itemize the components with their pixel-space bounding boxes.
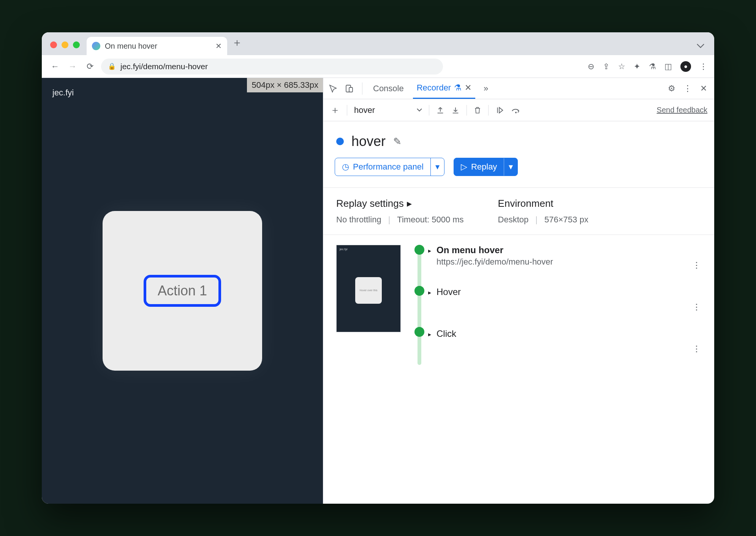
url-text: jec.fyi/demo/menu-hover <box>120 62 208 71</box>
lock-icon: 🔒 <box>108 62 116 70</box>
maximize-window-button[interactable] <box>73 41 80 48</box>
step-menu-icon[interactable]: ⋯ <box>692 261 702 270</box>
devtools-menu-icon[interactable]: ⋮ <box>682 84 693 94</box>
recorder-body: hover ✎ ◷ Performance panel ▾ ▷ <box>323 121 714 504</box>
step-text: Click <box>437 328 456 339</box>
flask-icon: ⚗ <box>454 83 462 93</box>
browser-tab[interactable]: On menu hover ✕ <box>87 37 227 55</box>
expand-icon[interactable]: ▸ <box>428 289 431 296</box>
settings-gear-icon[interactable]: ⚙ <box>666 84 677 94</box>
inspect-icon[interactable] <box>329 84 339 93</box>
thumb-brand: jec.fyi <box>340 247 347 251</box>
tab-console[interactable]: Console <box>369 78 408 99</box>
replay-label: Replay <box>471 162 497 172</box>
recording-title: hover <box>351 133 386 149</box>
timeout-value: Timeout: 5000 ms <box>397 215 463 225</box>
performance-panel-button[interactable]: ◷ Performance panel ▾ <box>335 158 444 176</box>
close-panel-icon[interactable]: ✕ <box>465 83 471 93</box>
step-menu-icon[interactable]: ⋯ <box>692 303 702 312</box>
browser-window: On menu hover ✕ ＋ ← → ⟳ 🔒 jec.fyi/demo/m… <box>42 32 714 504</box>
step-thumbnail: jec.fyi Hover over this <box>336 245 401 332</box>
send-feedback-link[interactable]: Send feedback <box>657 106 707 114</box>
devtools-tabs: Console Recorder ⚗ ✕ » ⚙ ⋮ ✕ <box>323 78 714 99</box>
timeline-node <box>414 327 424 337</box>
svg-point-2 <box>515 112 517 113</box>
zoom-icon[interactable]: ⊖ <box>588 62 595 71</box>
timeline-rail <box>411 245 428 370</box>
timeline-node <box>414 286 424 296</box>
recording-select-value: hover <box>354 105 375 115</box>
close-devtools-icon[interactable]: ✕ <box>698 84 709 94</box>
browser-toolbar: ← → ⟳ 🔒 jec.fyi/demo/menu-hover ⊖ ⇪ ☆ ✦ … <box>42 55 714 78</box>
new-recording-icon[interactable]: ＋ <box>330 103 340 117</box>
recorder-settings: Replay settings ▸ No throttling | Timeou… <box>323 187 714 235</box>
replay-dropdown[interactable]: ▾ <box>504 158 517 176</box>
step-text: On menu hover https://jec.fyi/demo/menu-… <box>437 245 553 267</box>
back-button[interactable]: ← <box>49 62 62 71</box>
browser-menu-icon[interactable]: ⋮ <box>699 62 707 71</box>
menu-card: Action 1 <box>103 211 262 371</box>
svg-rect-1 <box>349 87 353 92</box>
step-row[interactable]: ▸ On menu hover https://jec.fyi/demo/men… <box>428 245 701 287</box>
play-icon: ▷ <box>461 162 467 172</box>
bookmark-icon[interactable]: ☆ <box>618 62 625 71</box>
dimensions-value: 576×753 px <box>544 215 588 225</box>
throttling-value: No throttling <box>336 215 381 225</box>
timeline: ▸ On menu hover https://jec.fyi/demo/men… <box>411 245 701 370</box>
step-over-icon[interactable] <box>511 106 521 114</box>
step-row[interactable]: ▸ Hover ⋯ <box>428 287 701 328</box>
replay-button[interactable]: ▷ Replay ▾ <box>454 158 518 176</box>
forward-button[interactable]: → <box>66 62 79 71</box>
action-button[interactable]: Action 1 <box>144 275 221 307</box>
profile-avatar[interactable]: ● <box>680 61 691 72</box>
step-menu-icon[interactable]: ⋯ <box>692 345 702 354</box>
recording-status-dot <box>336 138 344 145</box>
thumb-card: Hover over this <box>355 277 382 304</box>
labs-icon[interactable]: ⚗ <box>649 62 656 71</box>
caret-right-icon: ▸ <box>407 198 412 209</box>
recorder-toolbar: ＋ hover Send feedback <box>323 99 714 121</box>
export-icon[interactable] <box>436 106 444 114</box>
expand-icon[interactable]: ▸ <box>428 247 431 254</box>
minimize-window-button[interactable] <box>62 41 68 48</box>
page-brand: jec.fyi <box>52 88 74 98</box>
sidepanel-icon[interactable]: ◫ <box>664 62 672 71</box>
device-value: Desktop <box>498 215 529 225</box>
step-text: Hover <box>437 287 461 297</box>
devtools-panel: Console Recorder ⚗ ✕ » ⚙ ⋮ ✕ ＋ hover <box>323 78 714 504</box>
import-icon[interactable] <box>451 106 460 114</box>
favicon <box>92 42 100 50</box>
close-window-button[interactable] <box>50 41 57 48</box>
performance-panel-label: Performance panel <box>353 162 424 172</box>
more-tabs-icon[interactable]: » <box>481 84 491 94</box>
content-area: jec.fyi 504px × 685.33px Action 1 Consol… <box>42 78 714 504</box>
tabs-dropdown-icon[interactable] <box>697 44 704 48</box>
device-toggle-icon[interactable] <box>345 84 355 93</box>
recording-select[interactable]: hover <box>354 105 422 115</box>
performance-panel-dropdown[interactable]: ▾ <box>430 158 444 176</box>
reload-button[interactable]: ⟳ <box>84 62 96 71</box>
close-tab-icon[interactable]: ✕ <box>215 41 222 51</box>
delete-icon[interactable] <box>474 106 481 114</box>
tab-recorder[interactable]: Recorder ⚗ ✕ <box>413 78 475 99</box>
extensions-icon[interactable]: ✦ <box>634 62 641 71</box>
new-tab-button[interactable]: ＋ <box>232 35 242 50</box>
viewport-size-badge: 504px × 685.33px <box>247 78 323 92</box>
replay-settings-header[interactable]: Replay settings ▸ <box>336 198 464 209</box>
window-controls <box>50 41 80 48</box>
timeline-node <box>414 245 424 255</box>
environment-header: Environment <box>498 198 588 209</box>
tab-title: On menu hover <box>105 42 157 51</box>
tab-recorder-label: Recorder <box>417 83 451 93</box>
steps-section: jec.fyi Hover over this ▸ On menu hover … <box>323 235 714 380</box>
edit-title-icon[interactable]: ✎ <box>393 136 402 147</box>
share-icon[interactable]: ⇪ <box>603 62 610 71</box>
step-row[interactable]: ▸ Click ⋯ <box>428 328 701 370</box>
tab-strip: On menu hover ✕ ＋ <box>42 32 714 55</box>
address-bar[interactable]: 🔒 jec.fyi/demo/menu-hover <box>101 59 443 75</box>
expand-icon[interactable]: ▸ <box>428 331 431 338</box>
step-subtext: https://jec.fyi/demo/menu-hover <box>437 257 553 267</box>
continue-icon[interactable] <box>495 106 505 114</box>
gauge-icon: ◷ <box>342 162 349 172</box>
rendered-page: jec.fyi 504px × 685.33px Action 1 <box>42 78 323 504</box>
